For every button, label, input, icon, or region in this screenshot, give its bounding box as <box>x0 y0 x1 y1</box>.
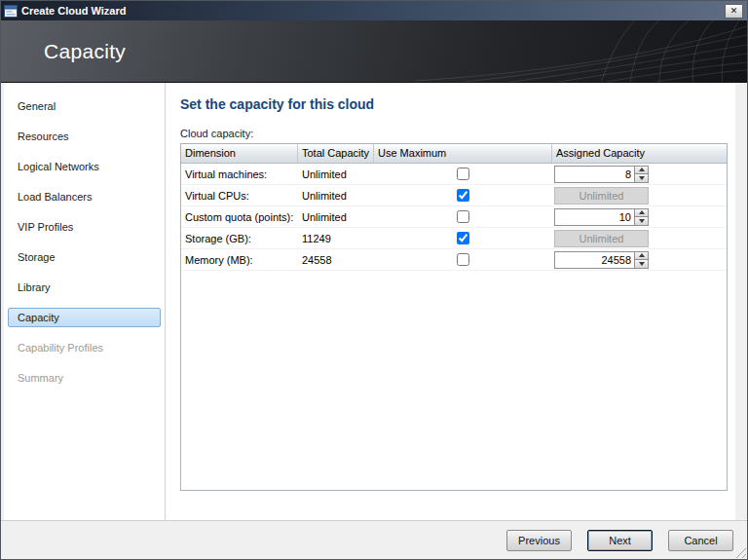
capacity-row-storage: Storage (GB): 11249 Unlimited <box>181 228 727 249</box>
assigned-capacity-input[interactable] <box>554 251 634 269</box>
use-maximum-checkbox[interactable] <box>457 232 469 244</box>
assigned-capacity-disabled: Unlimited <box>554 230 649 247</box>
close-icon: ✕ <box>730 7 738 16</box>
total-capacity-value: Unlimited <box>298 168 374 180</box>
close-button[interactable]: ✕ <box>725 4 743 19</box>
capacity-row-custom-quota: Custom quota (points): Unlimited <box>181 206 727 228</box>
assigned-capacity-disabled: Unlimited <box>554 187 649 205</box>
capacity-row-virtual-cpus: Virtual CPUs: Unlimited Unlimited <box>181 185 727 206</box>
resize-grip[interactable] <box>733 545 746 558</box>
mesh-decoration <box>416 20 747 83</box>
page-title: Capacity <box>44 40 126 63</box>
spinner-down-icon[interactable] <box>634 217 649 226</box>
footer-bar: Previous Next Cancel <box>1 520 747 559</box>
use-maximum-checkbox[interactable] <box>457 253 469 266</box>
create-cloud-wizard-window: Create Cloud Wizard ✕ Capacity <box>0 0 748 560</box>
assigned-capacity-input[interactable] <box>554 208 634 226</box>
spinner-up-icon[interactable] <box>634 251 649 261</box>
spinner-buttons <box>634 251 649 269</box>
total-capacity-value: Unlimited <box>298 190 374 202</box>
column-header-total-capacity[interactable]: Total Capacity <box>298 144 374 163</box>
total-capacity-value: Unlimited <box>298 211 374 223</box>
dimension-label: Virtual machines: <box>181 168 298 180</box>
use-maximum-checkbox[interactable] <box>457 210 469 223</box>
sidebar-item-load-balancers[interactable]: Load Balancers <box>8 187 161 206</box>
dimension-label: Custom quota (points): <box>181 211 298 223</box>
sidebar-item-capability-profiles: Capability Profiles <box>8 338 161 357</box>
window-title: Create Cloud Wizard <box>21 5 725 17</box>
dimension-label: Memory (MB): <box>181 254 298 266</box>
spinner-down-icon[interactable] <box>634 174 649 183</box>
column-header-assigned-capacity[interactable]: Assigned Capacity <box>552 144 727 163</box>
column-header-use-maximum[interactable]: Use Maximum <box>374 144 552 163</box>
capacity-row-memory: Memory (MB): 24558 <box>181 249 727 271</box>
capacity-table-header: Dimension Total Capacity Use Maximum Ass… <box>181 144 727 164</box>
spinner-down-icon[interactable] <box>634 260 649 269</box>
sidebar-item-resources[interactable]: Resources <box>8 127 161 146</box>
use-maximum-checkbox[interactable] <box>457 168 469 180</box>
assigned-capacity-spinner <box>554 166 649 183</box>
spinner-up-icon[interactable] <box>634 166 649 175</box>
sidebar-item-summary: Summary <box>8 368 161 388</box>
window-icon <box>4 5 18 18</box>
wizard-nav: General Resources Logical Networks Load … <box>4 83 166 520</box>
assigned-capacity-input[interactable] <box>554 166 634 183</box>
sidebar-item-logical-networks[interactable]: Logical Networks <box>8 157 161 176</box>
cloud-capacity-label: Cloud capacity: <box>180 128 728 139</box>
column-header-dimension[interactable]: Dimension <box>181 144 298 163</box>
use-maximum-checkbox[interactable] <box>457 189 469 202</box>
previous-button[interactable]: Previous <box>506 530 572 551</box>
title-bar[interactable]: Create Cloud Wizard ✕ <box>1 1 747 20</box>
sidebar-item-vip-profiles[interactable]: VIP Profiles <box>8 217 161 237</box>
sidebar-item-storage[interactable]: Storage <box>8 247 161 267</box>
content-heading: Set the capacity for this cloud <box>180 96 728 112</box>
dimension-label: Storage (GB): <box>181 233 298 244</box>
cancel-button[interactable]: Cancel <box>668 530 733 551</box>
dimension-label: Virtual CPUs: <box>181 190 298 202</box>
total-capacity-value: 11249 <box>298 233 374 244</box>
sidebar-item-library[interactable]: Library <box>8 278 161 297</box>
sidebar-item-capacity[interactable]: Capacity <box>8 308 161 327</box>
next-button[interactable]: Next <box>587 530 653 551</box>
banner: Capacity <box>1 20 747 83</box>
content-pane: Set the capacity for this cloud Cloud ca… <box>166 83 735 520</box>
spinner-buttons <box>634 208 649 226</box>
spinner-buttons <box>634 166 649 183</box>
total-capacity-value: 24558 <box>298 254 374 266</box>
assigned-capacity-spinner <box>554 208 649 226</box>
wizard-body: General Resources Logical Networks Load … <box>1 83 747 520</box>
spinner-up-icon[interactable] <box>634 208 649 218</box>
sidebar-item-general[interactable]: General <box>8 96 161 116</box>
assigned-capacity-spinner <box>554 251 649 269</box>
capacity-row-virtual-machines: Virtual machines: Unlimited <box>181 164 727 185</box>
capacity-table: Dimension Total Capacity Use Maximum Ass… <box>180 143 728 491</box>
